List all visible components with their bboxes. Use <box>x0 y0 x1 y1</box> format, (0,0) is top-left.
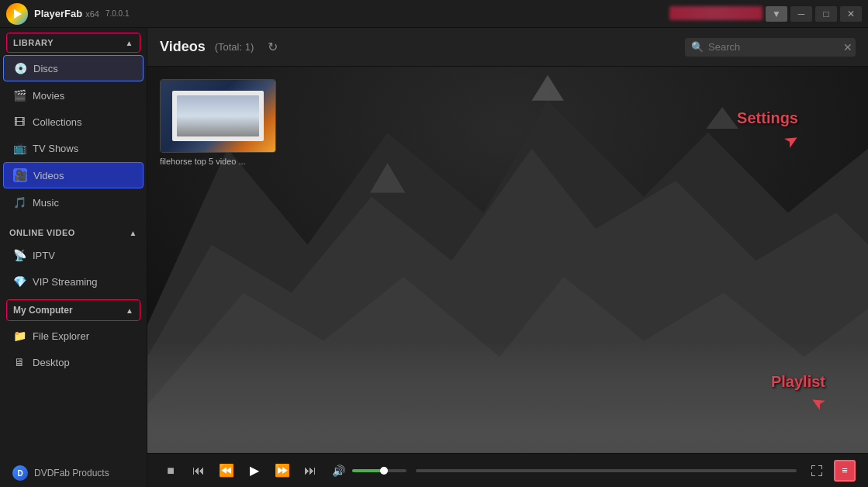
sidebar-item-label: Desktop <box>33 357 134 368</box>
library-section-header[interactable]: Library ▲ <box>6 33 140 53</box>
sidebar-item-label: File Explorer <box>33 330 134 342</box>
settings-annotation-text: Settings <box>737 109 798 127</box>
maximize-btn[interactable]: □ <box>815 6 837 22</box>
sidebar-item-collections[interactable]: 🎞 Collections <box>3 109 144 134</box>
sidebar-item-vip-streaming[interactable]: 💎 VIP Streaming <box>3 269 144 294</box>
next-button[interactable]: ⏭ <box>299 460 321 482</box>
app-name: PlayerFab <box>34 8 82 19</box>
volume-container: 🔊 <box>327 460 406 482</box>
desktop-icon: 🖥 <box>12 355 26 369</box>
close-btn[interactable]: ✕ <box>840 6 862 22</box>
content-title: Videos <box>160 39 206 55</box>
online-video-label: ONLINE VIDEO <box>9 228 75 237</box>
sidebar-item-label: Discs <box>33 63 133 74</box>
svg-rect-12 <box>821 465 822 469</box>
collections-icon: 🎞 <box>12 115 26 129</box>
sidebar-item-iptv[interactable]: 📡 IPTV <box>3 243 144 268</box>
video-title: filehorse top 5 video ... <box>160 157 276 166</box>
sidebar-item-music[interactable]: 🎵 Music <box>3 190 144 215</box>
library-collapse-icon: ▲ <box>126 39 133 47</box>
progress-bar[interactable] <box>416 469 797 472</box>
player-controls: ■ ⏮ ⏪ ▶ ⏩ ⏭ 🔊 <box>147 453 868 487</box>
dvdfab-products[interactable]: D DVDFab Products <box>3 461 144 485</box>
my-computer-section-header[interactable]: My Computer ▲ <box>6 299 140 321</box>
sidebar-item-label: VIP Streaming <box>33 276 134 288</box>
my-computer-label: My Computer <box>13 305 73 316</box>
my-computer-collapse-icon: ▲ <box>126 306 133 315</box>
search-clear-button[interactable]: ✕ <box>843 41 852 54</box>
svg-rect-14 <box>811 475 815 476</box>
dvdfab-icon: D <box>12 465 28 481</box>
video-thumb-screen <box>172 91 264 141</box>
sidebar-item-videos[interactable]: 🎥 Videos <box>3 162 144 188</box>
content-count: (Total: 1) <box>215 41 254 53</box>
fullscreen-icon <box>811 465 823 477</box>
window-controls: ▼ ─ □ ✕ <box>669 6 862 22</box>
dvdfab-label: DVDFab Products <box>34 468 109 478</box>
minimize-btn[interactable]: ─ <box>790 6 812 22</box>
search-input[interactable] <box>708 41 839 53</box>
sidebar-item-label: Videos <box>33 170 133 181</box>
svg-marker-0 <box>14 9 22 19</box>
settings-annotation: Settings ➤ <box>737 109 798 150</box>
censored-region <box>669 6 763 20</box>
svg-rect-5 <box>147 340 868 453</box>
title-bar: PlayerFab x64 7.0.0.1 ▼ ─ □ ✕ <box>0 0 868 28</box>
video-thumb-screen-inner <box>177 95 260 136</box>
content-body: filehorse top 5 video ... Settings ➤ Pla… <box>147 67 868 453</box>
tvshows-icon: 📺 <box>12 141 26 155</box>
playlist-annotation: Playlist ➤ <box>771 373 825 413</box>
video-item[interactable]: filehorse top 5 video ... <box>160 79 276 166</box>
file-explorer-icon: 📁 <box>12 329 26 343</box>
sidebar-item-file-explorer[interactable]: 📁 File Explorer <box>3 323 144 348</box>
vip-streaming-icon: 💎 <box>12 275 26 288</box>
library-label: Library <box>13 38 54 47</box>
volume-thumb <box>380 467 388 475</box>
sidebar-item-label: IPTV <box>33 250 134 261</box>
content-header: Videos (Total: 1) ↻ 🔍 ✕ <box>147 28 868 67</box>
forward-button[interactable]: ⏩ <box>271 460 293 482</box>
search-icon: 🔍 <box>691 41 704 53</box>
sidebar-item-label: TV Shows <box>33 143 134 154</box>
content-area: Videos (Total: 1) ↻ 🔍 ✕ <box>147 28 868 487</box>
sidebar-item-tvshows[interactable]: 📺 TV Shows <box>3 136 144 161</box>
volume-button[interactable]: 🔊 <box>327 460 349 482</box>
svg-rect-16 <box>821 472 822 476</box>
video-thumbnail <box>160 79 276 153</box>
sidebar-item-label: Collections <box>33 116 134 128</box>
sidebar-item-desktop[interactable]: 🖥 Desktop <box>3 350 144 375</box>
music-icon: 🎵 <box>12 195 26 209</box>
sidebar-item-discs[interactable]: 💿 Discs <box>3 55 144 81</box>
refresh-button[interactable]: ↻ <box>263 38 282 57</box>
svg-rect-10 <box>811 465 812 469</box>
playlist-annotation-text: Playlist <box>771 373 825 391</box>
online-video-collapse-icon: ▲ <box>130 229 137 237</box>
sidebar-item-label: Movies <box>33 90 134 102</box>
video-thumb-inner <box>161 80 275 152</box>
videos-icon: 🎥 <box>13 168 27 182</box>
app-version: 7.0.0.1 <box>105 9 130 18</box>
stop-button[interactable]: ■ <box>160 460 182 482</box>
sidebar: Library ▲ 💿 Discs 🎬 Movies 🎞 Collections… <box>0 28 147 487</box>
video-grid: filehorse top 5 video ... <box>160 79 276 166</box>
movies-icon: 🎬 <box>12 88 26 102</box>
playlist-button[interactable]: ≡ <box>834 460 856 482</box>
fullscreen-button[interactable] <box>806 460 828 482</box>
main-area: Library ▲ 💿 Discs 🎬 Movies 🎞 Collections… <box>0 28 868 487</box>
dropdown-btn[interactable]: ▼ <box>766 6 787 22</box>
search-bar: 🔍 ✕ <box>685 38 856 57</box>
iptv-icon: 📡 <box>12 248 26 262</box>
sidebar-item-label: Music <box>33 197 134 209</box>
app-logo <box>6 3 28 25</box>
sidebar-item-movies[interactable]: 🎬 Movies <box>3 83 144 108</box>
rewind-button[interactable]: ⏪ <box>216 460 237 482</box>
app-arch: x64 <box>85 9 99 19</box>
online-video-section-header: ONLINE VIDEO ▲ <box>0 220 147 242</box>
prev-button[interactable]: ⏮ <box>188 460 209 482</box>
discs-icon: 💿 <box>13 61 27 75</box>
play-button[interactable]: ▶ <box>244 460 265 482</box>
volume-bar[interactable] <box>352 469 406 472</box>
